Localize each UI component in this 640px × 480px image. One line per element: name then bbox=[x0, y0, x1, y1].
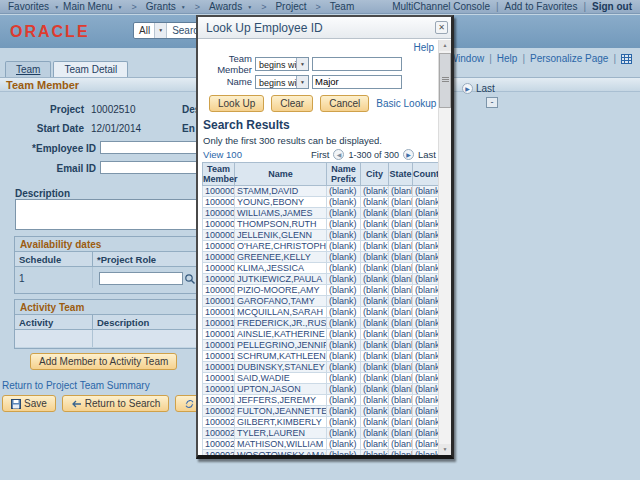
result-cell[interactable]: (blank) bbox=[327, 450, 361, 456]
result-row[interactable]: 1000014PELLEGRINO,JENNIFER(blank)(blank)… bbox=[203, 340, 439, 351]
result-cell[interactable]: 1000009 bbox=[203, 285, 235, 296]
result-cell[interactable]: UPTON,JASON bbox=[235, 384, 327, 395]
result-cell[interactable]: (blank) bbox=[327, 285, 361, 296]
result-cell[interactable]: (blank) bbox=[413, 395, 439, 406]
result-row[interactable]: 1000020FULTON,JEANNETTE(blank)(blank)(bl… bbox=[203, 406, 439, 417]
result-cell[interactable]: KLIMA,JESSICA bbox=[235, 263, 327, 274]
return-to-project-team-summary-link[interactable]: Return to Project Team Summary bbox=[2, 380, 150, 391]
result-row[interactable]: 1000000STAMM,DAVID(blank)(blank)(blank)(… bbox=[203, 186, 439, 197]
result-cell[interactable]: (blank) bbox=[361, 406, 389, 417]
result-cell[interactable]: (blank) bbox=[327, 208, 361, 219]
result-cell[interactable]: 1000002 bbox=[203, 208, 235, 219]
modal-scrollbar[interactable]: ▲ ▼ bbox=[438, 40, 451, 455]
result-cell[interactable]: (blank) bbox=[413, 428, 439, 439]
result-cell[interactable]: (blank) bbox=[327, 274, 361, 285]
result-cell[interactable]: JELLENIK,GLENN bbox=[235, 230, 327, 241]
result-cell[interactable]: (blank) bbox=[413, 197, 439, 208]
result-cell[interactable]: (blank) bbox=[413, 296, 439, 307]
result-cell[interactable]: (blank) bbox=[413, 351, 439, 362]
cancel-button[interactable]: Cancel bbox=[320, 95, 369, 112]
result-cell[interactable]: 1000014 bbox=[203, 340, 235, 351]
result-cell[interactable]: (blank) bbox=[361, 296, 389, 307]
header-link-sign-out[interactable]: Sign out bbox=[592, 1, 632, 12]
result-cell[interactable]: 1000000 bbox=[203, 186, 235, 197]
result-cell[interactable]: (blank) bbox=[413, 307, 439, 318]
chevron-down-icon[interactable]: ▼ bbox=[154, 23, 167, 38]
result-row[interactable]: 1000003THOMPSON,RUTH(blank)(blank)(blank… bbox=[203, 219, 439, 230]
result-cell[interactable]: 1000017 bbox=[203, 373, 235, 384]
result-cell[interactable]: (blank) bbox=[361, 241, 389, 252]
result-cell[interactable]: (blank) bbox=[389, 241, 413, 252]
result-cell[interactable]: (blank) bbox=[389, 384, 413, 395]
result-row[interactable]: 1000005O'HARE,CHRISTOPHER(blank)(blank)(… bbox=[203, 241, 439, 252]
result-cell[interactable]: DUBINSKY,STANLEY bbox=[235, 362, 327, 373]
result-cell[interactable]: (blank) bbox=[413, 384, 439, 395]
header-link-add-to-favorites[interactable]: Add to Favorites bbox=[505, 1, 578, 12]
col-state[interactable]: State bbox=[389, 163, 413, 186]
result-cell[interactable]: (blank) bbox=[327, 318, 361, 329]
result-cell[interactable]: 1000008 bbox=[203, 274, 235, 285]
page-link-help[interactable]: Help bbox=[497, 53, 518, 64]
result-cell[interactable]: (blank) bbox=[389, 417, 413, 428]
result-cell[interactable]: (blank) bbox=[389, 208, 413, 219]
scrollbar-thumb[interactable] bbox=[439, 53, 451, 108]
result-cell[interactable]: (blank) bbox=[389, 285, 413, 296]
result-cell[interactable]: YOUNG,EBONY bbox=[235, 197, 327, 208]
description-textarea[interactable] bbox=[15, 199, 203, 230]
result-cell[interactable]: (blank) bbox=[361, 197, 389, 208]
result-cell[interactable]: (blank) bbox=[389, 406, 413, 417]
result-cell[interactable]: (blank) bbox=[389, 428, 413, 439]
result-cell[interactable]: 1000003 bbox=[203, 219, 235, 230]
breadcrumb-item-team[interactable]: Team bbox=[330, 1, 354, 12]
result-cell[interactable]: 1000016 bbox=[203, 362, 235, 373]
name-value-input[interactable] bbox=[312, 75, 402, 89]
result-cell[interactable]: (blank) bbox=[361, 230, 389, 241]
result-cell[interactable]: (blank) bbox=[413, 219, 439, 230]
scroll-down-icon[interactable]: ▼ bbox=[439, 444, 451, 455]
result-cell[interactable]: AINSLIE,KATHERINE bbox=[235, 329, 327, 340]
team-member-value-input[interactable] bbox=[312, 57, 402, 71]
employee-id-field[interactable] bbox=[100, 141, 204, 154]
result-cell[interactable]: (blank) bbox=[413, 241, 439, 252]
result-cell[interactable]: 1000006 bbox=[203, 252, 235, 263]
result-row[interactable]: 1000019JEFFERS,JEREMY(blank)(blank)(blan… bbox=[203, 395, 439, 406]
result-row[interactable]: 1000008JUTKIEWICZ,PAULA(blank)(blank)(bl… bbox=[203, 274, 439, 285]
result-cell[interactable]: (blank) bbox=[361, 362, 389, 373]
next-chunk-icon[interactable]: ▶ bbox=[462, 83, 473, 94]
result-cell[interactable]: 1000013 bbox=[203, 329, 235, 340]
scroll-up-icon[interactable]: ▲ bbox=[439, 40, 451, 51]
result-cell[interactable]: (blank) bbox=[389, 450, 413, 456]
result-cell[interactable]: (blank) bbox=[361, 307, 389, 318]
help-link[interactable]: Help bbox=[413, 42, 434, 53]
result-cell[interactable]: SCHRUM,KATHLEEN bbox=[235, 351, 327, 362]
view-100-link[interactable]: View 100 bbox=[203, 149, 242, 160]
result-cell[interactable]: (blank) bbox=[327, 252, 361, 263]
page-chunk-last[interactable]: ▶ Last bbox=[462, 83, 495, 94]
result-cell[interactable]: (blank) bbox=[361, 285, 389, 296]
result-row[interactable]: 1000006GREENEE,KELLY(blank)(blank)(blank… bbox=[203, 252, 439, 263]
result-cell[interactable]: (blank) bbox=[327, 230, 361, 241]
result-cell[interactable]: (blank) bbox=[413, 450, 439, 456]
result-cell[interactable]: 1000011 bbox=[203, 307, 235, 318]
result-row[interactable]: 1000022TYLER,LAUREN(blank)(blank)(blank)… bbox=[203, 428, 439, 439]
result-cell[interactable]: (blank) bbox=[327, 351, 361, 362]
result-cell[interactable]: (blank) bbox=[327, 395, 361, 406]
result-cell[interactable]: (blank) bbox=[413, 406, 439, 417]
chevron-down-icon[interactable]: ▼ bbox=[296, 58, 308, 70]
result-cell[interactable]: (blank) bbox=[413, 362, 439, 373]
result-row[interactable]: 1000016DUBINSKY,STANLEY(blank)(blank)(bl… bbox=[203, 362, 439, 373]
result-cell[interactable]: GILBERT,KIMBERLY bbox=[235, 417, 327, 428]
result-row[interactable]: 1000007KLIMA,JESSICA(blank)(blank)(blank… bbox=[203, 263, 439, 274]
result-cell[interactable]: (blank) bbox=[327, 373, 361, 384]
result-cell[interactable]: (blank) bbox=[327, 439, 361, 450]
result-cell[interactable]: (blank) bbox=[327, 197, 361, 208]
result-cell[interactable]: (blank) bbox=[389, 197, 413, 208]
result-cell[interactable]: (blank) bbox=[327, 329, 361, 340]
result-cell[interactable]: (blank) bbox=[327, 362, 361, 373]
result-cell[interactable]: (blank) bbox=[389, 307, 413, 318]
col-city[interactable]: City bbox=[361, 163, 389, 186]
result-cell[interactable]: SAID,WADIE bbox=[235, 373, 327, 384]
result-cell[interactable]: (blank) bbox=[413, 417, 439, 428]
name-operator-select[interactable]: begins with ▼ bbox=[255, 75, 309, 89]
result-cell[interactable]: GAROFANO,TAMY bbox=[235, 296, 327, 307]
